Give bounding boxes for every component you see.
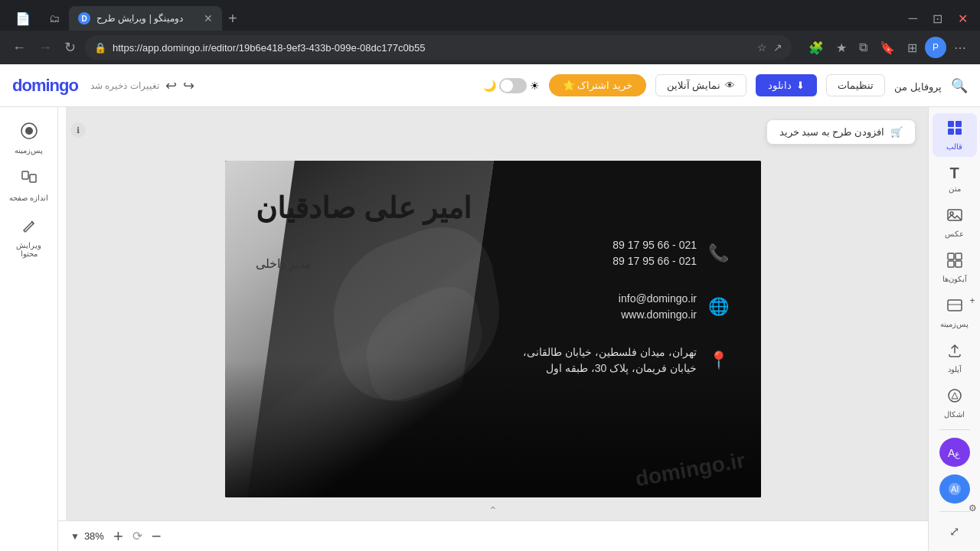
photo-icon — [946, 207, 963, 227]
undo-button[interactable]: ↩ — [165, 77, 177, 94]
zoom-in-button[interactable]: + — [113, 527, 123, 546]
svg-text:ع: ع — [955, 449, 960, 459]
download-label: دانلود — [768, 80, 792, 91]
phone2: 021 - 66 95 17 89 — [612, 253, 697, 269]
svg-rect-2 — [22, 171, 28, 179]
more-tools-button[interactable]: ⊞ — [903, 37, 922, 58]
settings-button[interactable]: تنظیمات — [826, 74, 885, 96]
tab-new-page[interactable]: 📄 — [6, 11, 40, 26]
svg-rect-6 — [948, 129, 954, 135]
lock-icon: 🔒 — [94, 42, 106, 54]
right-tool-shapes[interactable]: اشکال — [933, 381, 977, 425]
info-icon[interactable]: ℹ — [70, 122, 86, 138]
bookmark-button[interactable]: 🔖 — [875, 37, 900, 58]
settings-button[interactable]: ⋯ — [949, 37, 971, 58]
header-profile-label[interactable]: پروفایل من — [894, 77, 942, 94]
zoom-loading-icon: ⟳ — [132, 529, 142, 543]
tab-close-button[interactable]: ✕ — [204, 12, 213, 24]
card-person-title: مدیر داخلی — [256, 256, 312, 271]
extensions-button[interactable]: 🧩 — [804, 37, 828, 58]
back-button[interactable]: ← — [9, 37, 29, 59]
app-container: domingo تغییرات ذخیره شد ↩ ↪ 🌙 ☀ خرید اش… — [0, 64, 980, 551]
right-tool-text[interactable]: T متن — [933, 158, 977, 199]
eye-icon: 👁 — [725, 80, 735, 91]
expand-icon: ⤢ — [949, 524, 959, 539]
svg-rect-11 — [956, 253, 962, 259]
refresh-button[interactable]: ↻ — [61, 36, 79, 59]
preview-button[interactable]: 👁 نمایش آنلاین — [655, 74, 747, 96]
ai-assistant-button[interactable]: AI — [939, 474, 970, 504]
right-toolbar: قالب T متن عکس — [928, 107, 980, 551]
add-to-cart-label: افزودن طرح به سبد خرید — [779, 126, 884, 138]
search-icon[interactable]: 🔍 — [951, 77, 968, 94]
dark-mode-toggle[interactable]: 🌙 ☀ — [483, 78, 540, 93]
profile-button[interactable]: P — [925, 37, 946, 58]
minimize-button[interactable]: ─ — [903, 8, 923, 28]
svg-point-15 — [949, 390, 961, 402]
template-icon — [946, 119, 963, 140]
contact-address-row: 📍 تهران، میدان فلسطین، خیابان طالقانی، خ… — [523, 344, 730, 377]
add-to-cart-button[interactable]: 🛒 افزودن طرح به سبد خرید — [766, 119, 916, 145]
svg-text:AI: AI — [951, 484, 959, 494]
ai-translate-button[interactable]: A ع — [939, 438, 970, 467]
right-tool-template[interactable]: قالب — [933, 113, 977, 157]
background-tool-icon — [946, 297, 963, 318]
collections-button[interactable]: ⧉ — [854, 37, 872, 57]
zoom-out-button[interactable]: − — [152, 527, 162, 546]
website: www.domingo.ir — [619, 307, 697, 323]
close-button[interactable]: ✕ — [952, 8, 974, 29]
canvas-area: 🛒 افزودن طرح به سبد خرید ℹ — [58, 107, 928, 551]
tool-background[interactable]: پس‌زمینه — [5, 116, 54, 161]
zoom-value: 38% — [84, 530, 104, 542]
edit-content-icon — [21, 217, 38, 238]
email: info@domingo.ir — [619, 291, 697, 307]
right-tool-background[interactable]: + پس‌زمینه — [933, 291, 977, 334]
forward-button[interactable]: → — [35, 37, 55, 59]
card-contact-info: 📞 021 - 66 95 17 89 021 - 66 95 17 89 🌐 — [523, 237, 730, 377]
active-tab[interactable]: D دومینگو | ویرایش طرح ✕ — [69, 6, 222, 31]
right-tool-icons[interactable]: آیکون‌ها — [933, 246, 977, 289]
shapes-label: اشکال — [944, 410, 965, 419]
svg-rect-13 — [956, 261, 962, 267]
share-icon[interactable]: ↗ — [773, 41, 782, 54]
tab-page2[interactable]: 🗂 — [40, 12, 69, 24]
svg-rect-10 — [948, 253, 954, 259]
toggle-switch[interactable] — [499, 78, 527, 93]
favorites-button[interactable]: ★ — [831, 37, 851, 58]
contact-phone-row: 📞 021 - 66 95 17 89 021 - 66 95 17 89 — [523, 237, 730, 269]
download-button[interactable]: ⬇ دانلود — [756, 74, 817, 96]
logo[interactable]: domingo — [12, 76, 78, 96]
svg-rect-12 — [948, 261, 954, 267]
cart-icon: 🛒 — [890, 126, 903, 138]
right-tool-upload[interactable]: آپلود — [933, 336, 977, 380]
tool-edit-content[interactable]: ویرایش محتوا — [5, 211, 54, 264]
location-icon: 📍 — [706, 350, 730, 370]
buy-subscription-button[interactable]: خرید اشتراک ⭐ — [549, 74, 646, 96]
main-area: پس‌زمینه اندازه صفحه ویر — [0, 107, 980, 551]
address-bar-icons: ☆ ↗ — [757, 41, 782, 54]
redo-button[interactable]: ↪ — [183, 77, 194, 94]
expand-button[interactable]: ⤢ — [933, 518, 977, 545]
star-icon[interactable]: ☆ — [757, 41, 767, 54]
contact-email-row: 🌐 info@domingo.ir www.domingo.ir — [523, 291, 730, 323]
moon-icon: 🌙 — [483, 80, 496, 92]
contact-email-text: info@domingo.ir www.domingo.ir — [619, 291, 697, 323]
maximize-button[interactable]: ⊡ — [926, 8, 949, 29]
address-bar[interactable]: 🔒 https://app.domingo.ir/editor/19b6e418… — [85, 35, 792, 60]
window-controls: ─ ⊡ ✕ — [903, 8, 974, 29]
phone1: 021 - 66 95 17 89 — [612, 237, 697, 253]
card-person-name: امیر علی صادقیان — [256, 191, 472, 227]
business-card[interactable]: امیر علی صادقیان مدیر داخلی 📞 021 - 66 9… — [225, 161, 761, 497]
background-label: پس‌زمینه — [15, 146, 43, 155]
svg-rect-3 — [30, 174, 36, 182]
scroll-indicator[interactable]: ⌃ — [488, 504, 498, 517]
sun-icon: ☀ — [530, 80, 540, 92]
right-tool-photo[interactable]: عکس — [933, 201, 977, 244]
svg-rect-4 — [948, 121, 954, 127]
upload-label: آپلود — [948, 365, 962, 373]
settings-gear-icon[interactable]: ⚙ — [969, 503, 977, 514]
canvas-inner: امیر علی صادقیان مدیر داخلی 📞 021 - 66 9… — [225, 161, 761, 497]
new-tab-button[interactable]: + — [222, 10, 243, 28]
tool-page-size[interactable]: اندازه صفحه — [5, 164, 54, 208]
svg-point-1 — [25, 127, 33, 135]
